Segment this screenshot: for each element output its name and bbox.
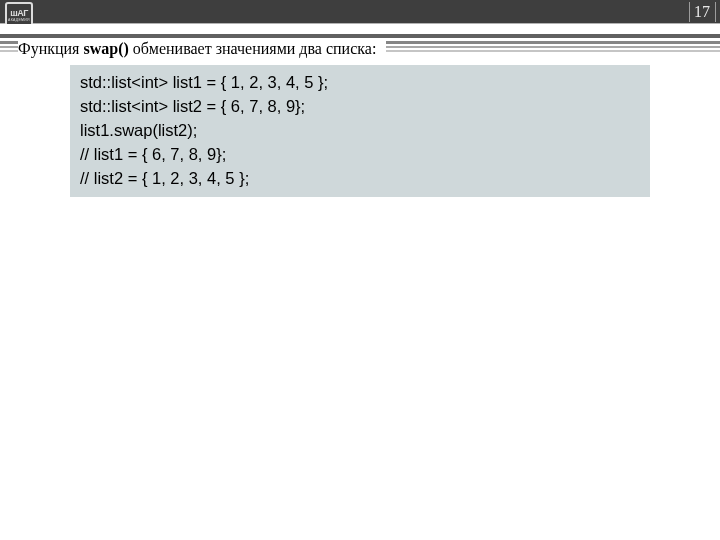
code-line-3: list1.swap(list2);: [80, 119, 640, 143]
code-block: std::list<int> list1 = { 1, 2, 3, 4, 5 }…: [70, 65, 650, 197]
code-line-1: std::list<int> list1 = { 1, 2, 3, 4, 5 }…: [80, 71, 640, 95]
intro-prefix: Функция: [18, 40, 83, 57]
page-number: 17: [694, 3, 710, 21]
code-line-5: // list2 = { 1, 2, 3, 4, 5 };: [80, 167, 640, 191]
intro-sentence: Функция swap() обменивает значениями два…: [18, 40, 386, 58]
logo-text: шАГ: [10, 9, 28, 18]
code-line-4: // list1 = { 6, 7, 8, 9};: [80, 143, 640, 167]
code-line-2: std::list<int> list2 = { 6, 7, 8, 9};: [80, 95, 640, 119]
slide-header: шАГ АКАДЕМИЯ 17: [0, 0, 720, 24]
logo-subtext: АКАДЕМИЯ: [8, 19, 30, 23]
page-number-divider: [689, 2, 690, 22]
page-number-divider-right: [715, 2, 716, 22]
intro-suffix: обменивает значениями два списка:: [129, 40, 377, 57]
intro-func-name: swap(): [83, 40, 128, 57]
